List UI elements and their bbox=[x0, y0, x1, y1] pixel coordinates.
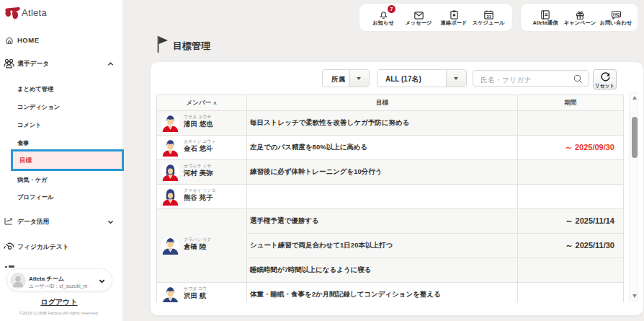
svg-text:FAQ: FAQ bbox=[613, 12, 620, 16]
svg-text:31: 31 bbox=[486, 14, 491, 19]
